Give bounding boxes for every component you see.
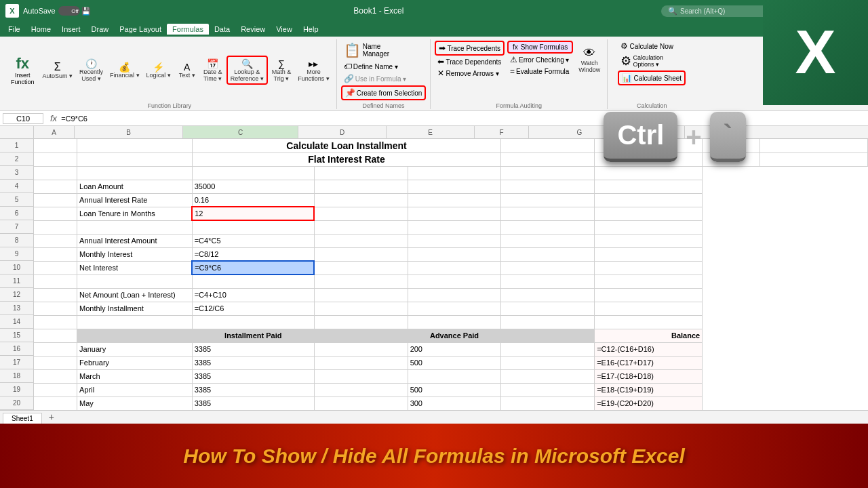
cell-C13[interactable]: =C12/C6 [192,302,314,315]
cell-B4[interactable]: Loan Amount [77,180,193,193]
cell-B16[interactable]: January [77,342,193,356]
menu-item-help[interactable]: Help [298,24,324,35]
cell-E10[interactable] [408,261,501,274]
cell-B12[interactable]: Net Amount (Loan + Interest) [77,288,193,302]
cell-A12[interactable] [34,288,77,302]
cell-C19[interactable]: 3385 [192,383,314,396]
cell-F10[interactable] [501,261,595,274]
cell-G13[interactable] [595,302,703,315]
cell-E4[interactable] [408,180,501,193]
cell-F19[interactable] [501,383,595,396]
error-checking-button[interactable]: ⚠ Error Checking ▾ [507,54,573,65]
cell-D19[interactable] [314,383,408,396]
cell-G20[interactable]: =E19-(C20+D20) [595,396,703,410]
cell-D1[interactable] [501,139,595,152]
cell-D15[interactable] [314,329,408,342]
cell-G17[interactable]: =E16-(C17+D17) [595,356,703,369]
trace-precedents-button[interactable]: ➡ Trace Precedents [435,41,505,56]
cell-E11[interactable] [408,274,501,288]
cell-C17[interactable]: 3385 [192,356,314,369]
calculate-sheet-button[interactable]: 📊 Calculate Sheet [618,70,686,85]
menu-item-insert[interactable]: Insert [56,24,86,35]
cell-D3[interactable] [314,166,408,180]
cell-C1[interactable]: Calculate Loan Installment [192,139,501,152]
cell-F11[interactable] [501,274,595,288]
cell-C20[interactable]: 3385 [192,396,314,410]
sheet-tab-sheet1[interactable]: Sheet1 [3,413,42,424]
evaluate-formula-button[interactable]: = Evaluate Formula [507,66,573,77]
cell-B14[interactable] [77,315,193,329]
cell-D8[interactable] [314,234,408,247]
cell-G7[interactable] [595,220,703,234]
cell-F6[interactable] [501,207,595,220]
cell-A7[interactable] [34,220,77,234]
menu-item-formulas[interactable]: Formulas [167,24,209,35]
lookup-reference-button[interactable]: 🔍 Lookup &Reference ▾ [226,56,268,85]
cell-A20[interactable] [34,396,77,410]
calculation-options-button[interactable]: ⚙ CalculationOptions ▾ [618,52,686,70]
remove-arrows-button[interactable]: ✕ Remove Arrows ▾ [435,68,505,79]
cell-F20[interactable] [501,396,595,410]
math-trig-button[interactable]: ∑ Math &Trig ▾ [269,57,294,84]
cell-F3[interactable] [501,166,595,180]
cell-G19[interactable]: =E18-(C19+D19) [595,383,703,396]
cell-B11[interactable] [77,274,193,288]
cell-D7[interactable] [314,220,408,234]
recently-used-button[interactable]: 🕐 RecentlyUsed ▾ [77,57,106,84]
cell-F4[interactable] [501,180,595,193]
cell-F7[interactable] [501,220,595,234]
cell-E19[interactable]: 500 [408,383,501,396]
cell-E3[interactable] [408,166,501,180]
menu-item-review[interactable]: Review [235,24,271,35]
cell-A16[interactable] [34,342,77,356]
cell-C18[interactable]: 3385 [192,369,314,383]
menu-item-view[interactable]: View [271,24,298,35]
cell-F16[interactable] [501,342,595,356]
cell-A17[interactable] [34,356,77,369]
menu-item-draw[interactable]: Draw [86,24,115,35]
cell-G6[interactable] [595,207,703,220]
cell-C7[interactable] [192,220,314,234]
cell-A11[interactable] [34,274,77,288]
define-name-button[interactable]: 🏷 Define Name ▾ [341,61,427,72]
cell-C12[interactable]: =C4+C10 [192,288,314,302]
logical-button[interactable]: ⚡ Logical ▾ [144,60,174,81]
cell-F17[interactable] [501,356,595,369]
cell-A19[interactable] [34,383,77,396]
menu-item-data[interactable]: Data [209,24,235,35]
cell-G3[interactable] [595,166,703,180]
cell-D6[interactable] [314,207,408,220]
cell-D12[interactable] [314,288,408,302]
cell-E17[interactable]: 500 [408,356,501,369]
cell-C14[interactable] [192,315,314,329]
menu-item-file[interactable]: File [3,24,26,35]
name-manager-button[interactable]: 📋 NameManager [341,41,427,60]
cell-E6[interactable] [408,207,501,220]
menu-item-home[interactable]: Home [26,24,56,35]
text-button[interactable]: A Text ▾ [175,60,199,81]
cell-E5[interactable] [408,193,501,207]
cell-C16[interactable]: 3385 [192,342,314,356]
cell-A5[interactable] [34,193,77,207]
cell-F14[interactable] [501,315,595,329]
cell-E7[interactable] [408,220,501,234]
cell-F13[interactable] [501,302,595,315]
cell-B3[interactable] [77,166,193,180]
show-formulas-button[interactable]: fx Show Formulas [507,41,573,54]
cell-E12[interactable] [408,288,501,302]
cell-B8[interactable]: Annual Interest Amount [77,234,193,247]
cell-D13[interactable] [314,302,408,315]
cell-G11[interactable] [595,274,703,288]
cell-B7[interactable] [77,220,193,234]
cell-D10[interactable] [314,261,408,274]
autosum-button[interactable]: Σ AutoSum ▾ [40,60,76,81]
cell-C5[interactable]: 0.16 [192,193,314,207]
cell-A13[interactable] [34,302,77,315]
cell-D11[interactable] [314,274,408,288]
cell-A3[interactable] [34,166,77,180]
cell-E14[interactable] [408,315,501,329]
cell-B9[interactable]: Monthly Interest [77,247,193,261]
cell-B18[interactable]: March [77,369,193,383]
use-in-formula-button[interactable]: 🔗 Use in Formula ▾ [341,73,427,84]
cell-A10[interactable] [34,261,77,274]
